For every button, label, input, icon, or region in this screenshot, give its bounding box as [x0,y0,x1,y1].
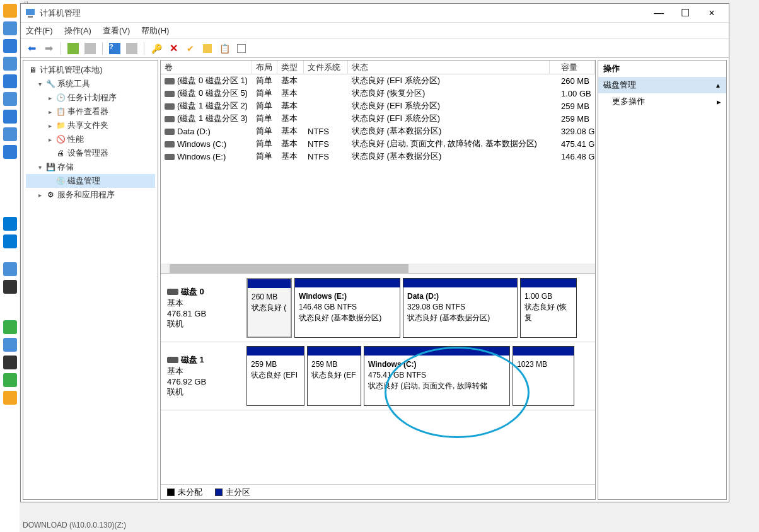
toolbar-button[interactable] [125,42,139,55]
horizontal-scrollbar[interactable] [161,263,595,274]
legend-unallocated: 未分配 [167,487,202,498]
chevron-right-icon: ▸ [717,97,721,107]
toolbar-button[interactable] [83,42,97,55]
actions-header: 操作 [598,61,726,77]
taskbar-icon[interactable] [3,234,17,248]
titlebar[interactable]: 计算机管理 — ☐ × [21,4,729,23]
tree-performance[interactable]: ▸ 🚫 性能 [26,132,155,146]
help-button[interactable]: ? [108,42,122,55]
taskbar-icon[interactable] [3,356,17,369]
computer-icon: 🖥 [28,65,38,75]
tree-event-viewer[interactable]: ▸ 📋 事件查看器 [26,105,155,119]
toolbar-button[interactable] [200,42,214,55]
partition[interactable]: Windows (E:)146.48 GB NTFS状态良好 (基本数据分区) [294,278,400,338]
partition[interactable]: 1.00 GB状态良好 (恢复 [520,278,577,338]
actions-section[interactable]: 磁盘管理 ▲ [598,77,726,93]
tree-disk-management[interactable]: 💿 磁盘管理 [26,174,155,188]
maximize-button[interactable]: ☐ [672,5,698,21]
partition[interactable]: 1023 MB [513,346,574,406]
col-type[interactable]: 类型 [277,61,304,74]
partition[interactable]: 259 MB状态良好 (EFI [246,346,304,406]
volume-row[interactable]: Data (D:) 简单 基本 NTFS 状态良好 (基本数据分区) 329.0… [161,125,595,137]
center-panel: 卷 布局 类型 文件系统 状态 容量 (磁盘 0 磁盘分区 1) 简单 基本 状… [160,60,596,500]
taskbar-icon[interactable] [3,110,17,124]
volume-row[interactable]: Windows (E:) 简单 基本 NTFS 状态良好 (基本数据分区) 14… [161,150,595,163]
forward-button[interactable]: ➡ [42,42,55,55]
taskbar-icon[interactable] [3,373,17,387]
toolbar-button[interactable]: 🔑 [149,42,163,55]
expand-icon[interactable]: ▸ [46,122,54,129]
taskbar-icon[interactable] [3,74,17,88]
col-status[interactable]: 状态 [348,61,550,74]
device-icon: 🖨 [55,148,66,158]
taskbar-icon[interactable] [3,21,17,35]
collapse-icon[interactable]: ▾ [36,164,43,171]
taskbar-icon[interactable] [3,145,17,159]
back-button[interactable]: ⬅ [25,42,38,55]
col-volume[interactable]: 卷 [161,61,252,74]
actions-more[interactable]: 更多操作 ▸ [598,93,726,110]
volume-row[interactable]: Windows (C:) 简单 基本 NTFS 状态良好 (启动, 页面文件, … [161,137,595,150]
collapse-icon[interactable]: ▾ [36,81,43,88]
menu-view[interactable]: 查看(V) [103,25,130,37]
disk-label[interactable]: 磁盘 1 基本476.92 GB联机 [161,342,243,410]
expand-icon[interactable]: ▸ [36,192,43,199]
taskbar-icon[interactable] [3,57,17,71]
legend-swatch-primary [215,489,223,496]
minimize-button[interactable]: — [646,5,672,21]
navigation-tree[interactable]: 🖥 计算机管理(本地) ▾ 🔧 系统工具 ▸ 🕒 任务计划程序 ▸ 📋 事件查看… [23,60,158,500]
col-filesystem[interactable]: 文件系统 [304,61,348,74]
tree-device-manager[interactable]: 🖨 设备管理器 [26,146,155,160]
expand-icon[interactable]: ▸ [46,108,54,115]
taskbar-icon[interactable] [3,92,17,106]
volume-row[interactable]: (磁盘 1 磁盘分区 3) 简单 基本 状态良好 (EFI 系统分区) 259 … [161,112,595,125]
menu-action[interactable]: 操作(A) [64,25,91,37]
volume-list-body[interactable]: (磁盘 0 磁盘分区 1) 简单 基本 状态良好 (EFI 系统分区) 260 … [161,74,595,263]
disk-row: 磁盘 1 基本476.92 GB联机 259 MB状态良好 (EFI 259 M… [161,342,595,410]
toolbar-button[interactable] [235,42,248,55]
col-capacity[interactable]: 容量 [557,61,595,74]
expand-icon[interactable]: ▸ [46,95,54,101]
legend-swatch-unallocated [167,489,175,496]
partition[interactable]: Windows (C:)475.41 GB NTFS状态良好 (启动, 页面文件… [364,346,510,406]
tree-storage[interactable]: ▾ 💾 存储 [26,160,155,174]
tree-task-scheduler[interactable]: ▸ 🕒 任务计划程序 [26,91,155,105]
taskbar-icon[interactable] [3,217,17,231]
volume-row[interactable]: (磁盘 1 磁盘分区 2) 简单 基本 状态良好 (EFI 系统分区) 259 … [161,100,595,112]
collapse-icon[interactable]: ▲ [715,82,721,89]
expand-icon[interactable]: ▸ [46,136,54,143]
tree-root[interactable]: 🖥 计算机管理(本地) [26,63,155,77]
partition[interactable]: 259 MB状态良好 (EF [307,346,361,406]
taskbar-icon[interactable] [3,320,17,334]
toolbar-button[interactable] [66,42,80,55]
toolbar-button[interactable]: 📋 [217,42,231,55]
tree-services[interactable]: ▸ ⚙ 服务和应用程序 [26,188,155,202]
taskbar-icon[interactable] [3,280,17,294]
taskbar-icon[interactable] [3,391,17,405]
partition[interactable]: Data (D:)329.08 GB NTFS状态良好 (基本数据分区) [403,278,518,338]
storage-icon: 💾 [45,162,55,172]
app-icon [25,8,36,19]
volume-list[interactable]: 卷 布局 类型 文件系统 状态 容量 (磁盘 0 磁盘分区 1) 简单 基本 状… [160,60,596,274]
taskbar-icon[interactable] [3,338,17,352]
close-button[interactable]: × [698,5,725,21]
col-layout[interactable]: 布局 [252,61,277,74]
taskbar-icon[interactable] [3,39,17,53]
menu-file[interactable]: 文件(F) [26,25,53,37]
disk-graphical-view[interactable]: 磁盘 0 基本476.81 GB联机 260 MB状态良好 ( Windows … [160,274,596,500]
tree-shared-folders[interactable]: ▸ 📁 共享文件夹 [26,119,155,132]
delete-button[interactable]: ✕ [166,42,180,55]
volume-row[interactable]: (磁盘 0 磁盘分区 5) 简单 基本 状态良好 (恢复分区) 1.00 GB [161,87,595,100]
taskbar-icon[interactable] [3,4,17,18]
toolbar-button[interactable]: ✔ [183,42,197,55]
taskbar-icon[interactable] [3,262,17,276]
partition[interactable]: 260 MB状态良好 ( [246,278,292,338]
volume-row[interactable]: (磁盘 0 磁盘分区 1) 简单 基本 状态良好 (EFI 系统分区) 260 … [161,74,595,87]
menubar: 文件(F) 操作(A) 查看(V) 帮助(H) [21,23,729,39]
taskbar-icon[interactable] [3,127,17,141]
menu-help[interactable]: 帮助(H) [141,25,169,37]
disk-row: 磁盘 0 基本476.81 GB联机 260 MB状态良好 ( Windows … [161,274,595,342]
computer-management-window: 计算机管理 — ☐ × 文件(F) 操作(A) 查看(V) 帮助(H) ⬅ ➡ … [20,3,729,502]
disk-label[interactable]: 磁盘 0 基本476.81 GB联机 [161,274,243,342]
tree-system-tools[interactable]: ▾ 🔧 系统工具 [26,77,155,91]
